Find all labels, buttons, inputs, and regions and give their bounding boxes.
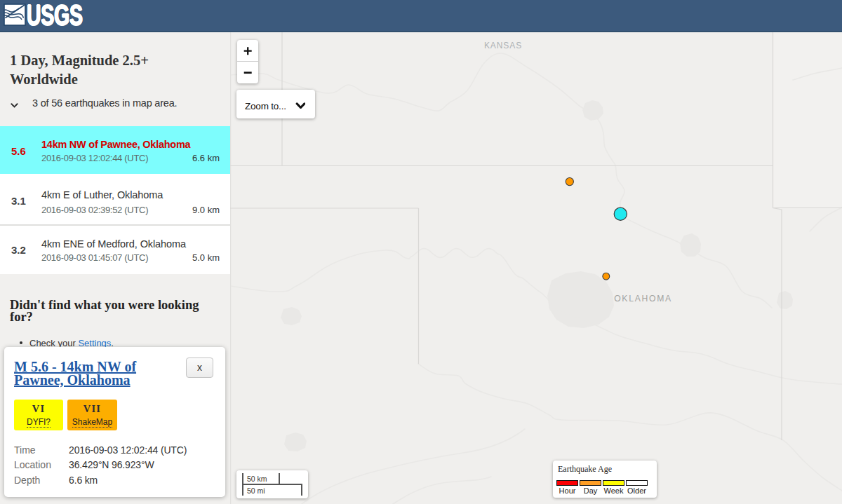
svg-text:50 mi: 50 mi	[247, 486, 265, 495]
svg-text:USGS: USGS	[27, 0, 83, 32]
svg-text:OKLAHOMA: OKLAHOMA	[614, 294, 672, 304]
svg-text:50 km: 50 km	[247, 475, 267, 483]
svg-text:KANSAS: KANSAS	[484, 41, 522, 50]
